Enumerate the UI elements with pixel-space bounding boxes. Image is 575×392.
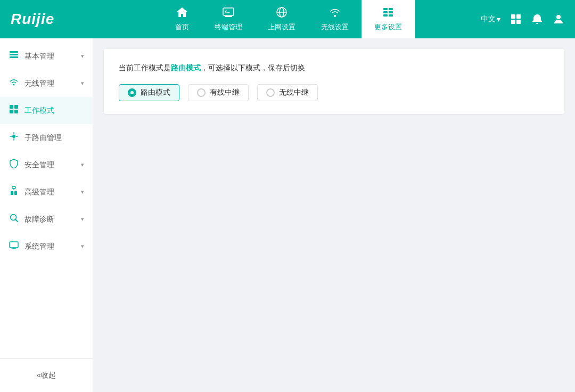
svg-rect-11	[389, 11, 393, 13]
nav-label-more: 更多设置	[374, 22, 402, 32]
svg-rect-33	[10, 242, 18, 248]
svg-rect-10	[383, 11, 388, 13]
sidebar-label-diagnosis: 故障诊断	[24, 215, 76, 224]
sidebar-item-advanced[interactable]: 高级管理▾	[0, 178, 93, 206]
nav-icon-home	[176, 6, 188, 20]
nav-item-home[interactable]: 首页	[162, 0, 202, 38]
mode-description: 当前工作模式是路由模式，可选择以下模式，保存后切换	[119, 62, 549, 74]
header: Ruijie 首页终端管理上网设置无线设置更多设置 中文 ▾	[0, 0, 575, 38]
svg-rect-19	[10, 51, 18, 53]
svg-rect-0	[223, 8, 234, 15]
sidebar-item-basic[interactable]: 基本管理▾	[0, 43, 93, 70]
mode-box-wired_relay: 有线中继	[188, 84, 249, 101]
svg-rect-16	[511, 20, 515, 24]
sidebar-item-wireless[interactable]: 无线管理▾	[0, 70, 93, 97]
sidebar-label-workmode: 工作模式	[24, 106, 84, 116]
svg-rect-9	[389, 8, 393, 10]
mode-label-router: 路由模式	[141, 88, 170, 97]
sidebar-icon-basic	[9, 50, 19, 62]
sidebar-chevron-advanced: ▾	[81, 189, 84, 195]
sidebar-chevron-basic: ▾	[81, 53, 84, 60]
radio-btn-wireless_relay	[266, 88, 275, 97]
sidebar-label-security: 安全管理	[24, 160, 76, 170]
svg-rect-25	[10, 110, 13, 113]
sidebar: 基本管理▾无线管理▾工作模式子路由管理安全管理▾高级管理▾故障诊断▾系统管理▾ …	[0, 38, 93, 392]
grid-icon[interactable]	[510, 13, 522, 25]
logo: Ruijie	[11, 11, 54, 28]
sidebar-item-workmode[interactable]: 工作模式	[0, 97, 93, 124]
sidebar-icon-system	[9, 240, 19, 252]
svg-rect-8	[383, 8, 388, 10]
mode-box-router: 路由模式	[119, 84, 179, 101]
svg-rect-29	[11, 191, 13, 195]
nav-item-more[interactable]: 更多设置	[362, 0, 415, 38]
svg-rect-17	[516, 20, 521, 24]
sidebar-item-diagnosis[interactable]: 故障诊断▾	[0, 206, 93, 233]
mode-option-router[interactable]: 路由模式	[119, 84, 179, 101]
bell-icon[interactable]	[531, 13, 543, 25]
nav-label-terminal: 终端管理	[215, 22, 242, 32]
nav-item-internet[interactable]: 上网设置	[255, 0, 308, 38]
svg-line-3	[225, 12, 226, 13]
mode-options: 路由模式有线中继无线中继	[119, 84, 549, 101]
collapse-button[interactable]: «收起	[0, 365, 93, 386]
nav-icon-more	[382, 6, 395, 20]
nav-label-wireless: 无线设置	[321, 22, 349, 32]
sidebar-bottom: «收起	[0, 358, 93, 392]
sidebar-label-system: 系统管理	[24, 242, 76, 251]
sidebar-chevron-security: ▾	[81, 161, 84, 168]
svg-rect-26	[14, 110, 18, 113]
nav-icon-wireless	[328, 6, 341, 20]
sidebar-label-wireless: 无线管理	[24, 79, 76, 88]
sidebar-chevron-diagnosis: ▾	[81, 216, 84, 223]
svg-rect-23	[10, 105, 13, 109]
svg-rect-30	[14, 191, 17, 195]
nav-icon-internet	[275, 6, 288, 20]
nav-area: 首页终端管理上网设置无线设置更多设置	[96, 0, 481, 38]
svg-rect-14	[511, 14, 515, 19]
content-area: 当前工作模式是路由模式，可选择以下模式，保存后切换 路由模式有线中继无线中继	[93, 38, 575, 392]
sidebar-item-system[interactable]: 系统管理▾	[0, 233, 93, 260]
svg-point-18	[556, 15, 561, 19]
svg-rect-13	[389, 14, 393, 17]
sidebar-icon-subrouter	[9, 132, 19, 144]
main-layout: 基本管理▾无线管理▾工作模式子路由管理安全管理▾高级管理▾故障诊断▾系统管理▾ …	[0, 38, 575, 392]
sidebar-icon-advanced	[9, 186, 19, 198]
user-icon[interactable]	[553, 13, 564, 25]
sidebar-label-advanced: 高级管理	[24, 187, 76, 197]
header-right: 中文 ▾	[481, 13, 564, 25]
svg-rect-24	[14, 105, 18, 109]
sidebar-icon-workmode	[9, 104, 19, 117]
radio-btn-router	[128, 88, 136, 97]
content-card: 当前工作模式是路由模式，可选择以下模式，保存后切换 路由模式有线中继无线中继	[104, 49, 564, 114]
radio-btn-wired_relay	[197, 88, 206, 97]
sidebar-icon-security	[9, 159, 19, 171]
sidebar-icon-wireless	[9, 77, 19, 89]
svg-rect-20	[10, 54, 18, 55]
svg-line-32	[16, 220, 18, 222]
sidebar-chevron-wireless: ▾	[81, 80, 84, 87]
mode-option-wireless_relay[interactable]: 无线中继	[257, 84, 318, 101]
sidebar-icon-diagnosis	[9, 213, 19, 225]
svg-rect-1	[225, 16, 232, 17]
sidebar-chevron-system: ▾	[81, 243, 84, 250]
mode-label-wired_relay: 有线中继	[210, 88, 240, 97]
lang-selector[interactable]: 中文 ▾	[481, 14, 500, 24]
mode-label-wireless_relay: 无线中继	[279, 88, 309, 97]
svg-rect-21	[10, 56, 18, 58]
svg-rect-15	[516, 14, 521, 19]
sidebar-label-basic: 基本管理	[24, 52, 76, 61]
svg-rect-12	[383, 14, 388, 17]
logo-area: Ruijie	[11, 11, 96, 28]
svg-point-27	[12, 135, 15, 138]
sidebar-nav: 基本管理▾无线管理▾工作模式子路由管理安全管理▾高级管理▾故障诊断▾系统管理▾	[0, 38, 93, 358]
nav-item-terminal[interactable]: 终端管理	[202, 0, 255, 38]
nav-icon-terminal	[222, 6, 235, 20]
mode-box-wireless_relay: 无线中继	[257, 84, 318, 101]
sidebar-label-subrouter: 子路由管理	[24, 133, 84, 143]
nav-item-wireless[interactable]: 无线设置	[308, 0, 362, 38]
svg-point-22	[13, 84, 15, 86]
mode-option-wired_relay[interactable]: 有线中继	[188, 84, 249, 101]
sidebar-item-subrouter[interactable]: 子路由管理	[0, 124, 93, 151]
sidebar-item-security[interactable]: 安全管理▾	[0, 151, 93, 178]
